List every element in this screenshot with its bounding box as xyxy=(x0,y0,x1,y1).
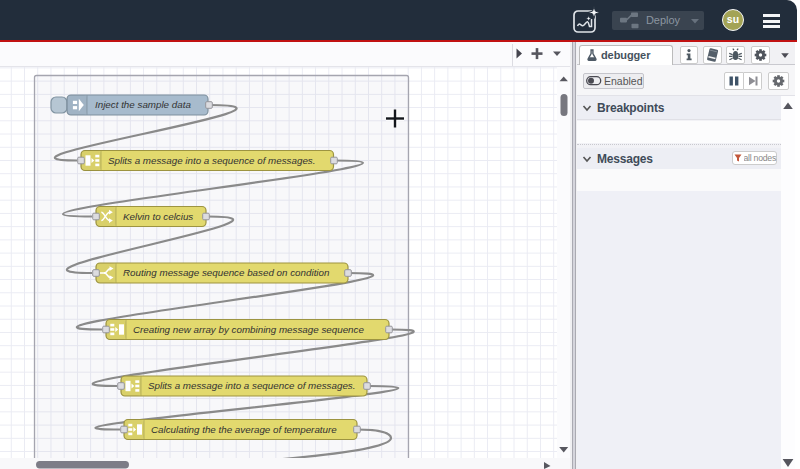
svg-text:Creating new array by combinin: Creating new array by combining message … xyxy=(133,324,364,335)
svg-text:Calculating the the average of: Calculating the the average of temperatu… xyxy=(151,424,337,435)
svg-text:Routing message sequence based: Routing message sequence based on condit… xyxy=(123,267,329,278)
svg-text:Splits a message into a sequen: Splits a message into a sequence of mess… xyxy=(108,155,316,166)
svg-text:Inject the sample data: Inject the sample data xyxy=(95,99,191,110)
svg-text:Kelvin to celcius: Kelvin to celcius xyxy=(123,211,193,222)
svg-text:Splits a message into a sequen: Splits a message into a sequence of mess… xyxy=(148,380,356,391)
